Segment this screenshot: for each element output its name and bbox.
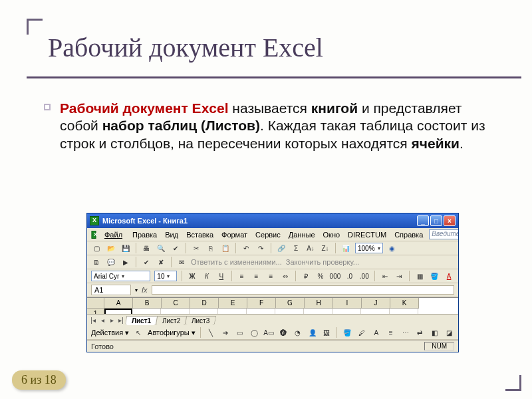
tab-nav-first-icon[interactable]: |◂ <box>88 317 98 324</box>
new-icon[interactable]: ▢ <box>91 243 102 253</box>
menu-edit[interactable]: Правка <box>130 230 159 239</box>
tab-nav-next-icon[interactable]: ▸ <box>107 317 116 324</box>
mail-icon[interactable]: ✉ <box>176 257 187 267</box>
menu-help[interactable]: Справка <box>392 230 425 239</box>
fillcolor-icon[interactable]: 🪣 <box>342 327 352 338</box>
dropdown-icon[interactable]: ▾ <box>135 287 138 293</box>
select-all-corner[interactable] <box>87 298 104 309</box>
end-review-button[interactable]: Закончить проверку... <box>286 258 359 266</box>
help-icon[interactable]: ◉ <box>387 243 398 253</box>
menu-insert[interactable]: Вставка <box>184 230 215 239</box>
preview-icon[interactable]: 🔍 <box>156 243 166 253</box>
actions-menu[interactable]: Действия ▾ <box>91 329 129 337</box>
dec-decimal-icon[interactable]: .00 <box>359 271 370 281</box>
rect-icon[interactable]: ▭ <box>234 327 245 338</box>
align-left-icon[interactable]: ≡ <box>237 271 247 281</box>
accept-icon[interactable]: ✔ <box>141 257 152 267</box>
help-search-input[interactable]: Введите вопрос <box>429 229 458 239</box>
spell-icon[interactable]: ✔ <box>170 243 181 253</box>
shadow-icon[interactable]: ◧ <box>429 327 440 338</box>
col-header[interactable]: F <box>247 298 276 309</box>
col-header[interactable]: E <box>219 298 247 309</box>
fontcolor2-icon[interactable]: A <box>371 327 382 338</box>
sheet-tab-3[interactable]: Лист3 <box>185 316 217 325</box>
col-header[interactable]: H <box>305 298 333 309</box>
name-box[interactable]: A1 <box>91 285 131 295</box>
3d-icon[interactable]: ◪ <box>444 327 454 338</box>
cut-icon[interactable]: ✂ <box>191 243 201 253</box>
fx-icon[interactable]: fx <box>142 286 148 294</box>
menu-file[interactable]: Файл <box>100 230 126 239</box>
autoshapes-menu[interactable]: Автофигуры ▾ <box>148 329 196 337</box>
tab-nav-prev-icon[interactable]: ◂ <box>98 317 107 324</box>
save-icon[interactable]: 💾 <box>120 243 131 253</box>
col-header[interactable]: D <box>190 298 219 309</box>
minimize-button[interactable]: _ <box>417 215 429 226</box>
sort-asc-icon[interactable]: A↓ <box>305 243 316 253</box>
copy-icon[interactable]: ⎘ <box>205 243 216 253</box>
close-button[interactable]: × <box>444 215 456 226</box>
paste-icon[interactable]: 📋 <box>220 243 231 253</box>
col-header[interactable]: C <box>162 298 190 309</box>
next-change-icon[interactable]: ▶ <box>120 257 131 267</box>
inc-indent-icon[interactable]: ⇥ <box>394 271 405 281</box>
menu-view[interactable]: Вид <box>163 230 180 239</box>
arrow-icon[interactable]: ➔ <box>220 327 231 338</box>
sum-icon[interactable]: Σ <box>291 243 301 253</box>
show-changes-icon[interactable]: 🗎 <box>91 257 102 267</box>
arrowstyle-icon[interactable]: ⇄ <box>415 327 426 338</box>
fill-color-icon[interactable]: 🪣 <box>429 271 440 281</box>
picture-icon[interactable]: 🖼 <box>322 327 332 338</box>
undo-icon[interactable]: ↶ <box>241 243 251 253</box>
select-arrow-icon[interactable]: ↖ <box>133 327 144 338</box>
currency-icon[interactable]: ₽ <box>301 271 311 281</box>
dash-icon[interactable]: ⋯ <box>400 327 411 338</box>
underline-icon[interactable]: Ч <box>216 271 227 281</box>
col-header[interactable]: J <box>362 298 390 309</box>
wordart-icon[interactable]: 🅐 <box>278 327 289 338</box>
menu-directum[interactable]: DIRECTUM <box>346 230 388 239</box>
linew-icon[interactable]: ≡ <box>386 327 396 338</box>
sheet-tab-1[interactable]: Лист1 <box>125 316 158 325</box>
reply-changes-button[interactable]: Ответить с изменениями... <box>191 258 282 266</box>
chart-icon[interactable]: 📊 <box>340 243 351 253</box>
align-center-icon[interactable]: ≡ <box>251 271 262 281</box>
maximize-button[interactable]: □ <box>430 215 442 226</box>
col-header[interactable]: A <box>104 298 133 309</box>
sort-desc-icon[interactable]: Z↓ <box>320 243 331 253</box>
formula-input[interactable] <box>152 285 454 295</box>
merge-icon[interactable]: ⇔ <box>280 271 291 281</box>
italic-icon[interactable]: К <box>201 271 212 281</box>
col-header[interactable]: I <box>333 298 362 309</box>
menu-data[interactable]: Данные <box>287 230 317 239</box>
print-icon[interactable]: 🖶 <box>141 243 152 253</box>
bold-icon[interactable]: Ж <box>187 271 198 281</box>
link-icon[interactable]: 🔗 <box>276 243 287 253</box>
redo-icon[interactable]: ↷ <box>255 243 266 253</box>
font-size-combo[interactable]: 10▾ <box>154 271 177 281</box>
font-combo[interactable]: Arial Cyr▾ <box>91 271 150 281</box>
dec-indent-icon[interactable]: ⇤ <box>380 271 390 281</box>
zoom-combo[interactable]: 100%▾ <box>355 243 383 253</box>
col-header[interactable]: G <box>276 298 305 309</box>
sheet-tab-2[interactable]: Лист2 <box>156 316 188 325</box>
line-icon[interactable]: ╲ <box>205 327 216 338</box>
tab-nav-last-icon[interactable]: ▸| <box>116 317 126 324</box>
linecolor-icon[interactable]: 🖊 <box>356 327 367 338</box>
open-icon[interactable]: 📂 <box>106 243 116 253</box>
textbox-icon[interactable]: A▭ <box>263 327 274 338</box>
menu-format[interactable]: Формат <box>219 230 249 239</box>
comment-icon[interactable]: 💬 <box>106 257 116 267</box>
oval-icon[interactable]: ◯ <box>249 327 259 338</box>
borders-icon[interactable]: ▦ <box>414 271 425 281</box>
col-header[interactable]: B <box>133 298 162 309</box>
diagram-icon[interactable]: ◔ <box>293 327 303 338</box>
menu-tools[interactable]: Сервис <box>253 230 283 239</box>
clipart-icon[interactable]: 👤 <box>307 327 318 338</box>
reject-icon[interactable]: ✘ <box>156 257 166 267</box>
align-right-icon[interactable]: ≡ <box>265 271 276 281</box>
font-color-icon[interactable]: A <box>444 271 454 281</box>
menu-window[interactable]: Окно <box>321 230 342 239</box>
comma-icon[interactable]: 000 <box>330 271 340 281</box>
inc-decimal-icon[interactable]: .0 <box>344 271 355 281</box>
